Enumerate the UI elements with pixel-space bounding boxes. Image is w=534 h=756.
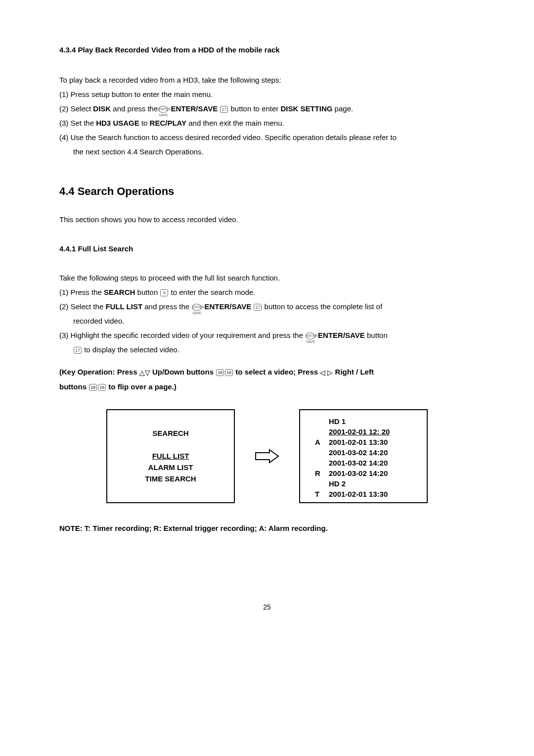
ko-updown: Up/Down buttons bbox=[150, 368, 216, 376]
s1b: button bbox=[135, 288, 160, 296]
step2-text-e: page. bbox=[332, 104, 353, 113]
diagram-left-title: SEARECH bbox=[145, 428, 196, 438]
diagram-right-box: HD 12001-02-01 12: 20A2001-02-01 13:3020… bbox=[299, 409, 428, 503]
s3b: button bbox=[365, 331, 388, 339]
row-marker bbox=[315, 426, 323, 437]
icon-17: 17 bbox=[220, 106, 228, 113]
ko-rightleft: Right / Left bbox=[333, 368, 374, 376]
diagram-right-row: 2001-03-02 14:20 bbox=[315, 458, 388, 468]
row-value: 2001-03-02 14:20 bbox=[329, 468, 388, 478]
enter-save-icon: ENTER SAVE bbox=[306, 332, 315, 339]
diagram-left-box: SEARECH FULL LIST ALARM LIST TIME SEARCH bbox=[106, 409, 235, 503]
step2-text-b: and press the bbox=[111, 104, 158, 113]
step-441-1: (1) Press the SEARCH button 6 to enter t… bbox=[59, 287, 475, 297]
row-marker bbox=[315, 478, 323, 489]
icon-15: 15 bbox=[98, 384, 106, 391]
ko-p3: buttons bbox=[59, 382, 89, 391]
diagram-left-item3: TIME SEARCH bbox=[145, 473, 196, 484]
triangle-left-icon: ◁ bbox=[320, 366, 325, 379]
step3-text-a: (3) Set the bbox=[59, 119, 96, 127]
page-number: 25 bbox=[59, 603, 475, 613]
s3a: (3) Highlight the specific recorded vide… bbox=[59, 331, 305, 339]
s2-enter: ENTER/SAVE bbox=[205, 302, 252, 311]
step-441-2: (2) Select the FULL LIST and press the E… bbox=[59, 301, 475, 312]
row-value: 2001-03-02 14:20 bbox=[329, 458, 388, 468]
icon-19: 19 bbox=[216, 369, 224, 376]
row-marker: A bbox=[315, 437, 323, 447]
row-marker bbox=[315, 447, 323, 458]
triangle-down-icon: ▽ bbox=[145, 366, 150, 379]
s2c: button to access the complete list of bbox=[262, 302, 382, 311]
heading-4-3-4: 4.3.4 Play Back Recorded Video from a HD… bbox=[59, 45, 475, 55]
enter-save-icon: ENTER SAVE bbox=[192, 304, 202, 311]
row-value: HD 2 bbox=[329, 478, 346, 489]
row-marker bbox=[315, 416, 323, 426]
step-434-3: (3) Set the HD3 USAGE to REC/PLAY and th… bbox=[59, 118, 475, 128]
s3-enter: ENTER/SAVE bbox=[318, 331, 365, 339]
row-marker bbox=[315, 458, 323, 468]
diagram-left-item2: ALARM LIST bbox=[145, 462, 196, 472]
icon-16: 16 bbox=[225, 369, 233, 376]
ko-p1: (Key Operation: Press bbox=[59, 368, 139, 376]
step3-text-b: to bbox=[139, 119, 150, 127]
s1c: to enter the search mode. bbox=[169, 288, 255, 296]
diagram: SEARECH FULL LIST ALARM LIST TIME SEARCH… bbox=[59, 409, 475, 503]
ko-p4: to flip over a page.) bbox=[106, 382, 177, 391]
step-441-3b: 17 to display the selected video. bbox=[73, 344, 475, 355]
step3-rec: REC/PLAY bbox=[150, 119, 186, 127]
step3-text-c: and then exit the main menu. bbox=[186, 119, 284, 127]
icon-17: 17 bbox=[74, 347, 82, 354]
step-441-2b: recorded video. bbox=[73, 316, 475, 326]
triangle-right-icon: ▷ bbox=[327, 366, 333, 379]
diagram-right-row: A2001-02-01 13:30 bbox=[315, 437, 388, 447]
row-value: 2001-03-02 14:20 bbox=[329, 447, 388, 458]
step-434-4b: the next section 4.4 Search Operations. bbox=[73, 146, 475, 157]
row-marker: T bbox=[315, 489, 323, 499]
intro-441: Take the following steps to proceed with… bbox=[59, 273, 475, 283]
key-operation-note: (Key Operation: Press △▽ Up/Down buttons… bbox=[59, 365, 475, 394]
s1-search: SEARCH bbox=[104, 288, 135, 296]
intro-434: To play back a recorded video from a HD3… bbox=[59, 75, 475, 85]
step2-disk: DISK bbox=[93, 104, 111, 113]
row-value: 2001-02-01 12: 20 bbox=[329, 426, 390, 437]
heading-4-4-1: 4.4.1 Full List Search bbox=[59, 243, 475, 254]
intro-44: This section shows you how to access rec… bbox=[59, 214, 475, 225]
diagram-right-row: T2001-02-01 13:30 bbox=[315, 489, 388, 499]
step2-disksetting: DISK SETTING bbox=[280, 104, 332, 113]
row-value: HD 1 bbox=[329, 416, 346, 426]
ko-p2: to select a video; Press bbox=[233, 368, 320, 376]
step3-hd3: HD3 USAGE bbox=[96, 119, 139, 127]
diagram-right-row: 2001-03-02 14:20 bbox=[315, 447, 388, 458]
row-marker: R bbox=[315, 468, 323, 478]
s2b: and press the bbox=[142, 302, 191, 311]
step2-text-d: button to enter bbox=[228, 104, 280, 113]
note-text: NOTE: T: Timer recording; R: External tr… bbox=[59, 523, 475, 533]
triangle-up-icon: △ bbox=[139, 366, 145, 379]
diagram-right-row: 2001-02-01 12: 20 bbox=[315, 426, 390, 437]
step-434-1: (1) Press setup button to enter the main… bbox=[59, 89, 475, 99]
s1a: (1) Press the bbox=[59, 288, 104, 296]
s3c: to display the selected video. bbox=[82, 345, 179, 354]
heading-4-4: 4.4 Search Operations bbox=[59, 184, 475, 199]
icon-6: 6 bbox=[160, 289, 168, 296]
diagram-right-row: R2001-03-02 14:20 bbox=[315, 468, 388, 478]
step-441-3: (3) Highlight the specific recorded vide… bbox=[59, 330, 475, 340]
diagram-right-row: HD 1 bbox=[315, 416, 346, 426]
s2-full: FULL LIST bbox=[105, 302, 142, 311]
diagram-left-item1: FULL LIST bbox=[145, 451, 196, 461]
diagram-right-row: HD 2 bbox=[315, 478, 346, 489]
step2-enter: ENTER/SAVE bbox=[171, 104, 218, 113]
row-value: 2001-02-01 13:30 bbox=[329, 489, 388, 499]
arrow-right-icon bbox=[255, 449, 279, 464]
step-434-4a: (4) Use the Search function to access de… bbox=[59, 132, 475, 142]
icon-17: 17 bbox=[254, 304, 262, 311]
enter-save-icon: ENTER SAVE bbox=[158, 106, 168, 113]
step-434-2: (2) Select DISK and press theENTER SAVE … bbox=[59, 103, 475, 114]
s2a: (2) Select the bbox=[59, 302, 105, 311]
step2-text-a: (2) Select bbox=[59, 104, 93, 113]
icon-18: 18 bbox=[89, 384, 97, 391]
row-value: 2001-02-01 13:30 bbox=[329, 437, 388, 447]
